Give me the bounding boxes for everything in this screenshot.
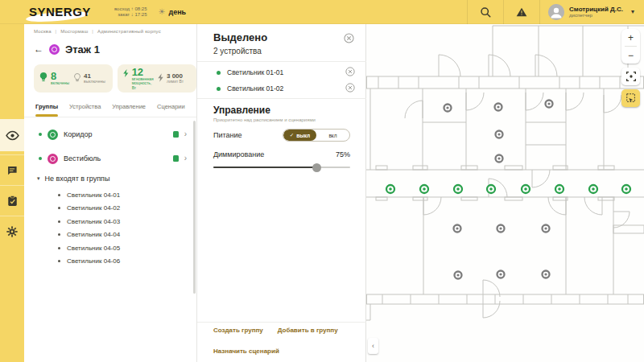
map-light-off[interactable] <box>546 101 553 108</box>
device-name: Светильник 04-02 <box>67 204 120 212</box>
power-off-label: выкл <box>296 133 310 138</box>
close-selection-button[interactable] <box>344 33 354 46</box>
map-light-off[interactable] <box>543 225 550 232</box>
selected-device-row[interactable]: Светильник 01-02 <box>197 80 366 97</box>
breadcrumb-site[interactable]: Мосгормаш <box>60 29 88 34</box>
breadcrumb[interactable]: Москва | Мосгормаш | Административный ко… <box>34 29 161 34</box>
assign-scenario-button[interactable]: Назначить сценарий <box>213 348 279 355</box>
floor-title: Этаж 1 <box>65 43 100 56</box>
divider <box>197 61 366 62</box>
floor-plan-svg[interactable] <box>366 24 644 362</box>
map-light-off[interactable] <box>454 225 461 232</box>
map-light-on[interactable] <box>589 185 597 193</box>
remove-device-button[interactable] <box>345 83 355 95</box>
add-to-group-button[interactable]: Добавить в группу <box>278 327 338 334</box>
power-toggle[interactable]: ✓ выкл вкл <box>283 129 350 142</box>
back-button[interactable]: ← <box>34 40 43 58</box>
map-light-off[interactable] <box>455 272 462 279</box>
user-name: Смотрицкий Д.С. <box>569 6 623 13</box>
tab-groups[interactable]: Группы <box>35 98 58 117</box>
search-button[interactable] <box>468 0 503 24</box>
tab-control[interactable]: Управление <box>112 98 146 117</box>
map-light-off[interactable] <box>543 271 550 278</box>
power-stat-card: 12 мгновенная мощность, Вт 3 000 лимит В… <box>118 64 196 93</box>
device-name: Светильник 04-04 <box>67 231 120 238</box>
eye-icon <box>6 130 19 141</box>
sunrise-icon: ↑ <box>131 6 134 11</box>
map-light-on[interactable] <box>487 185 495 193</box>
rail-item-tasks[interactable] <box>0 185 24 216</box>
dimming-slider[interactable] <box>213 162 350 172</box>
group-row-corridor[interactable]: Коридор › <box>24 122 195 146</box>
rail-item-messages[interactable] <box>0 154 24 185</box>
bullet-icon <box>58 233 60 236</box>
map-light-on[interactable] <box>522 185 530 193</box>
rail-item-monitoring[interactable] <box>0 119 24 151</box>
group-badge-icon <box>47 130 58 140</box>
map-light-off[interactable] <box>496 155 503 162</box>
chevron-down-icon: ▾ <box>631 8 634 15</box>
rail-item-settings[interactable] <box>0 216 24 246</box>
tab-devices[interactable]: Устройства <box>69 98 101 117</box>
selected-device-row[interactable]: Светильник 01-01 <box>197 64 366 80</box>
marquee-select-button[interactable] <box>621 89 640 107</box>
group-row-vestibule[interactable]: Вестибюль › <box>24 146 195 171</box>
divider <box>197 98 366 99</box>
list-item[interactable]: Светильник 04-01 <box>24 188 195 202</box>
marquee-selection-icon <box>625 93 637 104</box>
power-on-button[interactable]: вкл <box>316 130 349 141</box>
map-light-on[interactable] <box>386 185 394 193</box>
ungrouped-section-header[interactable]: ▾ Не входят в группы <box>37 175 109 183</box>
device-name: Светильник 04-01 <box>67 191 120 199</box>
create-group-button[interactable]: Создать группу <box>213 327 263 334</box>
collapse-panel-button[interactable]: ‹ <box>368 338 378 354</box>
zoom-in-button[interactable]: + <box>621 29 640 46</box>
list-item[interactable]: Светильник 04-03 <box>24 215 195 228</box>
avatar <box>548 4 564 20</box>
map-light-off[interactable] <box>497 225 505 232</box>
tab-scenarios[interactable]: Сценарии <box>157 98 185 117</box>
device-name: Светильник 04-03 <box>67 218 120 225</box>
sunset-label: закат <box>118 12 130 17</box>
list-item[interactable]: Светильник 04-05 <box>24 241 195 255</box>
ungrouped-list: Светильник 04-01 Светильник 04-02 Светил… <box>24 188 195 268</box>
lights-off-label: выключены <box>84 80 105 84</box>
remove-device-button[interactable] <box>345 67 355 79</box>
zoom-out-button[interactable]: − <box>621 47 640 64</box>
breadcrumb-building[interactable]: Административный корпус <box>97 29 161 34</box>
breadcrumb-separator: | <box>56 29 57 34</box>
breadcrumb-city[interactable]: Москва <box>34 29 52 34</box>
topbar: SYNERGY восход ↑ 08:25 закат ↓ 17:25 ☀ д… <box>0 0 644 24</box>
left-rail <box>0 24 24 362</box>
map-light-off[interactable] <box>496 131 503 138</box>
list-item[interactable]: Светильник 04-06 <box>24 255 195 269</box>
power-label: мгновенная мощность, Вт <box>132 77 157 91</box>
device-name: Светильник 04-06 <box>67 257 120 265</box>
power-icon <box>122 67 130 80</box>
dimming-knob[interactable] <box>312 163 321 172</box>
map-light-on[interactable] <box>555 185 564 193</box>
chevron-right-icon[interactable]: › <box>184 130 187 138</box>
chevron-right-icon[interactable]: › <box>184 154 187 162</box>
map-light-on[interactable] <box>420 185 428 193</box>
group-lamp-indicator-icon <box>173 155 179 162</box>
group-badge-icon <box>47 154 58 164</box>
daypart-indicator[interactable]: ☀ день <box>158 7 186 16</box>
app-logo[interactable]: SYNERGY <box>29 5 100 19</box>
list-item[interactable]: Светильник 04-02 <box>24 202 195 216</box>
bulb-on-icon <box>39 71 48 84</box>
fit-to-screen-button[interactable] <box>621 68 640 85</box>
alerts-button[interactable] <box>504 0 539 24</box>
list-item[interactable]: Светильник 04-04 <box>24 228 195 242</box>
remove-icon <box>345 67 355 76</box>
map-light-on[interactable] <box>622 185 630 193</box>
status-dot <box>39 157 42 160</box>
power-off-button[interactable]: ✓ выкл <box>283 130 316 141</box>
clipboard-check-icon <box>7 195 18 207</box>
map-light-off[interactable] <box>444 105 452 112</box>
user-menu[interactable]: Смотрицкий Д.С. диспетчер ▾ <box>540 4 644 20</box>
scrollbar[interactable] <box>193 121 196 294</box>
map-light-off[interactable] <box>497 271 505 278</box>
map-light-on[interactable] <box>454 185 462 193</box>
map-light-off[interactable] <box>495 104 502 111</box>
